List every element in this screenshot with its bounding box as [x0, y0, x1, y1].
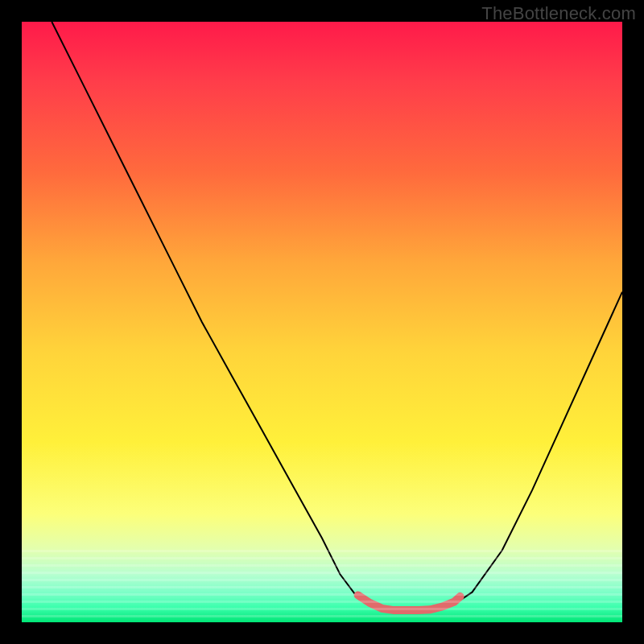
watermark-text: TheBottleneck.com [481, 3, 636, 24]
chart-svg [22, 22, 622, 622]
optimal-range-marker [358, 595, 460, 610]
bottleneck-curve [52, 22, 622, 610]
chart-plot-area [22, 22, 622, 622]
